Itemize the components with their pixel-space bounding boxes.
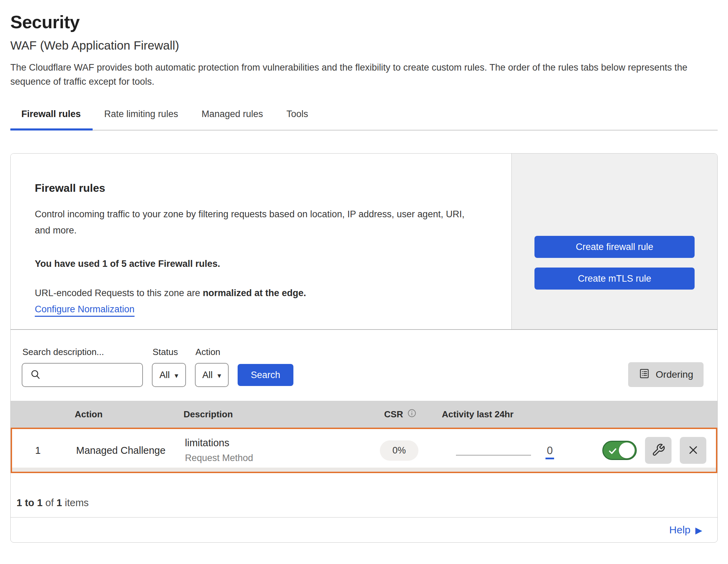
action-label: Action [195,347,229,357]
card-heading: Firewall rules [35,182,491,195]
activity-count-link[interactable]: 0 [545,445,554,459]
summary-items: items [62,497,89,508]
status-dropdown-value: All [159,370,170,380]
info-icon[interactable] [407,408,417,420]
tab-managed-rules[interactable]: Managed rules [190,107,275,130]
column-header-action: Action [62,409,173,420]
action-dropdown-value: All [202,370,213,380]
rule-description: limitations [185,437,358,449]
create-firewall-rule-button[interactable]: Create firewall rule [534,236,695,258]
tab-tools[interactable]: Tools [275,107,320,130]
check-icon [607,446,618,457]
rule-enabled-toggle[interactable] [602,441,637,460]
create-mtls-rule-button[interactable]: Create mTLS rule [534,268,695,290]
help-row: Help ▶ [11,517,717,542]
help-link-label: Help [669,524,690,536]
chevron-down-icon: ▾ [175,372,178,380]
filter-bar: Search description... Status All ▾ [11,330,717,401]
status-label: Status [152,347,186,357]
card-actions-panel: Create firewall rule Create mTLS rule [511,154,717,329]
ordering-button[interactable]: Ordering [628,362,704,387]
firewall-rules-info: Firewall rules Control incoming traffic … [11,154,511,329]
close-icon [687,443,700,458]
search-input[interactable] [22,363,143,387]
table-row: 1 Managed Challenge limitations Request … [11,428,717,473]
summary-of: of [43,497,56,508]
chevron-down-icon: ▾ [218,372,221,380]
search-label: Search description... [22,347,143,357]
usage-text: You have used 1 of 5 active Firewall rul… [35,259,491,269]
toggle-knob [619,442,635,458]
rule-priority: 1 [12,445,64,456]
table-header: Action Description CSR Activity last 24h… [11,401,717,428]
configure-normalization-link[interactable]: Configure Normalization [35,304,135,315]
tab-rate-limiting-rules[interactable]: Rate limiting rules [93,107,190,130]
wrench-icon [652,443,665,458]
search-icon [30,369,41,381]
page-description: The Cloudflare WAF provides both automat… [10,61,718,89]
delete-rule-button[interactable] [680,437,706,464]
row-bottom-strip [12,468,716,472]
column-header-activity: Activity last 24hr [442,409,604,420]
arrow-right-icon: ▶ [695,525,702,536]
csr-badge: 0% [380,440,418,461]
action-dropdown[interactable]: All ▾ [195,363,229,387]
rule-description-field: Request Method [185,453,358,463]
tab-firewall-rules[interactable]: Firewall rules [10,107,93,130]
rule-action: Managed Challenge [64,445,174,456]
column-header-csr: CSR [384,409,403,420]
card-body-text: Control incoming traffic to your zone by… [35,206,482,239]
pagination-summary: 1 to 1 of 1 items [11,473,717,517]
page-subtitle: WAF (Web Application Firewall) [10,39,718,52]
list-ordering-icon [638,368,650,382]
card-top-section: Firewall rules Control incoming traffic … [11,154,717,330]
firewall-rules-card: Firewall rules Control incoming traffic … [10,153,718,543]
edit-rule-button[interactable] [645,437,672,464]
normalization-text-regular: URL-encoded Requests to this zone are [35,288,203,298]
column-header-description: Description [173,409,359,420]
activity-sparkline [456,455,531,456]
summary-range: 1 to 1 [17,497,43,508]
tab-bar: Firewall rules Rate limiting rules Manag… [10,107,718,130]
help-link[interactable]: Help ▶ [669,524,702,536]
summary-total: 1 [56,497,62,508]
search-button[interactable]: Search [238,364,293,386]
status-dropdown[interactable]: All ▾ [152,363,186,387]
page-title: Security [10,12,718,32]
normalization-text-bold: normalized at the edge. [203,288,306,298]
normalization-text: URL-encoded Requests to this zone are no… [35,288,491,299]
ordering-button-label: Ordering [656,369,693,380]
